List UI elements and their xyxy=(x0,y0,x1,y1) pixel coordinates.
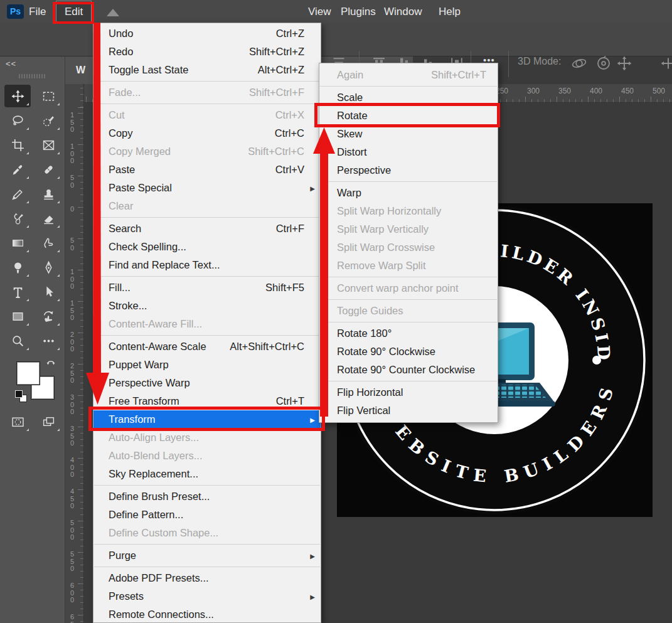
frame-tool[interactable] xyxy=(35,134,61,156)
tool-panel: << xyxy=(0,56,65,623)
menu-item[interactable]: Auto-Align Layers... xyxy=(93,429,321,447)
type-tool[interactable] xyxy=(4,280,31,303)
menu-item-shortcut: Shift+Ctrl+C xyxy=(248,146,304,157)
submenu-item[interactable]: Flip Vertical xyxy=(319,402,498,420)
menu-file[interactable]: File xyxy=(29,0,46,23)
move-tool[interactable] xyxy=(4,85,31,107)
crop-tool[interactable] xyxy=(4,134,31,156)
menu-item[interactable]: Stroke... xyxy=(93,297,321,315)
menu-item[interactable]: Copy Merged Shift+Ctrl+C xyxy=(93,142,321,161)
v-ruler-label: 0 xyxy=(70,206,76,237)
menu-item[interactable]: Define Pattern... xyxy=(93,506,321,524)
quick-mask-button[interactable] xyxy=(4,410,31,433)
submenu-item[interactable]: Rotate 180° xyxy=(319,324,498,343)
submenu-item[interactable]: Skew xyxy=(319,125,498,143)
smudge-tool[interactable] xyxy=(35,232,61,254)
submenu-item[interactable]: Split Warp Vertically xyxy=(319,220,498,238)
submenu-item[interactable]: Rotate 90° Counter Clockwise xyxy=(319,361,498,379)
h-ruler-label: 450 xyxy=(618,84,649,95)
submenu-item[interactable]: Rotate 90° Clockwise xyxy=(319,343,498,361)
menu-item[interactable]: Clear xyxy=(93,197,321,215)
menu-item[interactable]: Purge xyxy=(93,546,321,565)
lasso-tool[interactable] xyxy=(4,109,31,132)
h-ruler-label: 500 xyxy=(649,84,672,95)
submenu-item[interactable]: Remove Warp Split xyxy=(319,257,498,275)
menu-item[interactable]: Perspective Warp xyxy=(93,374,321,392)
menu-item[interactable]: Remote Connections... xyxy=(93,605,321,623)
collapse-panel-button[interactable]: << xyxy=(6,59,16,68)
menu-item[interactable]: Copy Ctrl+C xyxy=(93,124,321,142)
annotation-arrow-edit-to-transform xyxy=(83,23,112,408)
gradient-tool[interactable] xyxy=(4,232,31,254)
menu-item-label: Content-Aware Fill... xyxy=(109,318,202,330)
menu-window[interactable]: Window xyxy=(384,0,422,23)
menu-item[interactable]: Check Spelling... xyxy=(93,238,321,256)
menu-item[interactable]: Find and Replace Text... xyxy=(93,256,321,274)
eyedropper-tool[interactable] xyxy=(4,158,31,181)
3d-roll-icon[interactable] xyxy=(596,56,611,71)
menu-item-label: Define Pattern... xyxy=(109,509,183,521)
pencil-tool[interactable] xyxy=(4,183,31,205)
submenu-item-label: Skew xyxy=(337,128,362,140)
submenu-item[interactable]: Split Warp Horizontally xyxy=(319,202,498,220)
zoom-tool[interactable] xyxy=(4,329,31,352)
menu-item[interactable]: Define Brush Preset... xyxy=(93,487,321,506)
spot-healing-brush-tool[interactable] xyxy=(35,158,61,181)
foreground-color-swatch[interactable] xyxy=(16,361,40,385)
menu-item-label: Purge xyxy=(109,550,136,562)
rectangle-tool[interactable] xyxy=(4,305,31,327)
submenu-item[interactable]: Distort xyxy=(319,143,498,161)
menu-item-label: Define Brush Preset... xyxy=(109,491,210,503)
history-brush-tool[interactable] xyxy=(4,207,31,230)
menu-item[interactable]: Fade... Shift+Ctrl+F xyxy=(93,83,321,102)
menu-help[interactable]: Help xyxy=(439,0,461,23)
submenu-item[interactable]: Again Shift+Ctrl+T xyxy=(319,66,498,84)
menu-item[interactable]: Auto-Blend Layers... xyxy=(93,447,321,465)
menu-item[interactable]: Paste Special xyxy=(93,179,321,197)
menu-item[interactable]: Content-Aware Scale Alt+Shift+Ctrl+C xyxy=(93,338,321,356)
edit-toolbar-icon[interactable] xyxy=(35,329,61,352)
pen-tool[interactable] xyxy=(35,256,61,279)
eraser-tool[interactable] xyxy=(35,207,61,230)
menu-item-label: Fill... xyxy=(109,282,131,294)
menu-item[interactable]: Puppet Warp xyxy=(93,356,321,374)
3d-orbit-icon[interactable] xyxy=(572,56,587,71)
menu-view[interactable]: View xyxy=(308,0,331,23)
quick-selection-tool[interactable] xyxy=(35,109,61,132)
submenu-item[interactable]: Warp xyxy=(319,184,498,202)
clone-stamp-tool[interactable] xyxy=(35,183,61,205)
submenu-item[interactable]: Split Warp Crosswise xyxy=(319,238,498,257)
menu-item[interactable]: Sky Replacement... xyxy=(93,465,321,483)
menu-item[interactable]: Search Ctrl+F xyxy=(93,220,321,238)
menu-item[interactable]: Fill... Shift+F5 xyxy=(93,279,321,297)
path-selection-tool[interactable] xyxy=(35,280,61,303)
menu-item[interactable]: Redo Shift+Ctrl+Z xyxy=(93,43,321,61)
menu-item[interactable]: Cut Ctrl+X xyxy=(93,106,321,124)
3d-pan-icon[interactable] xyxy=(617,56,632,71)
menu-item[interactable]: Toggle Last State Alt+Ctrl+Z xyxy=(93,61,321,79)
menu-item[interactable]: Undo Ctrl+Z xyxy=(93,24,321,43)
rectangular-marquee-tool[interactable] xyxy=(35,85,61,107)
default-colors-icon-front[interactable] xyxy=(15,390,23,398)
submenu-item[interactable]: Perspective xyxy=(319,161,498,179)
panel-grip[interactable] xyxy=(19,74,46,78)
submenu-item-label: Toggle Guides xyxy=(337,305,403,317)
menu-item[interactable]: Content-Aware Fill... xyxy=(93,315,321,333)
menu-item[interactable]: Adobe PDF Presets... xyxy=(93,569,321,587)
submenu-item-label: Flip Horizontal xyxy=(337,386,403,398)
dodge-tool[interactable] xyxy=(4,256,31,279)
menu-plugins[interactable]: Plugins xyxy=(341,0,376,23)
menu-item[interactable]: Paste Ctrl+V xyxy=(93,161,321,179)
submenu-item-label: Rotate 90° Clockwise xyxy=(337,346,435,358)
submenu-item[interactable]: Flip Horizontal xyxy=(319,383,498,402)
submenu-item[interactable]: Convert warp anchor point xyxy=(319,279,498,297)
submenu-item[interactable]: Toggle Guides xyxy=(319,302,498,320)
submenu-item-label: Rotate 90° Counter Clockwise xyxy=(337,364,475,376)
3d-slide-icon[interactable] xyxy=(661,56,672,71)
swap-colors-icon[interactable] xyxy=(45,358,56,371)
menu-item[interactable]: Presets xyxy=(93,587,321,605)
menu-item[interactable]: Define Custom Shape... xyxy=(93,524,321,542)
screen-mode-button[interactable] xyxy=(35,410,61,433)
menu-item-label: Remote Connections... xyxy=(109,609,214,620)
rotate-view-tool[interactable] xyxy=(35,305,61,327)
